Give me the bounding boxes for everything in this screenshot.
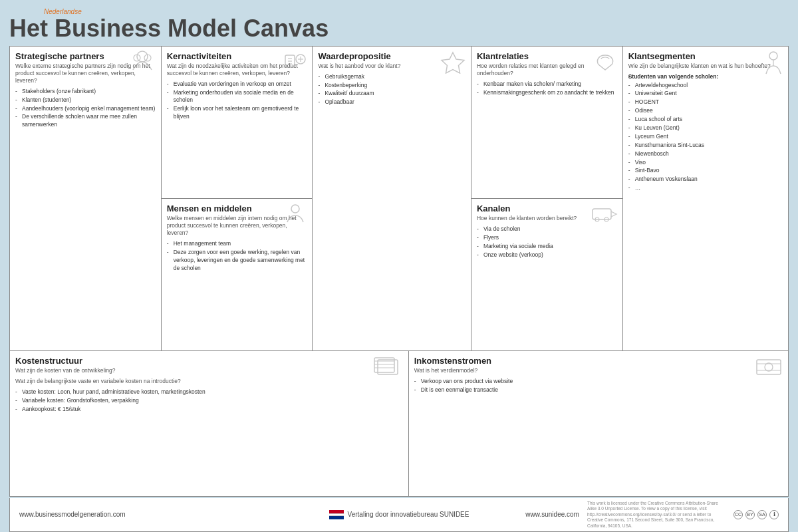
kostenstructuur-list: Vaste kosten: Loon, huur pand, administr…: [15, 388, 403, 414]
list-item: Klanten (studenten): [15, 96, 156, 104]
kernactiviteiten-icon: [283, 50, 308, 72]
list-item: HOGENT: [628, 98, 783, 106]
cc-icon: CC: [733, 510, 743, 519]
strategische-partners-column: Strategische partners Welke externe stra…: [10, 47, 162, 350]
list-item: Eerlijk loon voor het salesteam om gemot…: [167, 105, 307, 121]
kostenstructuur-icon: [371, 354, 404, 380]
list-item: Stakeholders (onze fabrikant): [15, 88, 156, 96]
kernactiviteiten-inner: Kernactiviteiten Wat zijn de noodzakelij…: [162, 47, 313, 198]
list-item: Dit is een eenmalige transactie: [414, 386, 783, 394]
kostenstructuur-title: Kostenstructuur: [15, 356, 403, 366]
sa-icon: SA: [757, 510, 767, 519]
list-item: Sint-Bavo: [628, 167, 783, 175]
list-item: Kenbaar maken via scholen/ marketing: [477, 80, 617, 88]
svg-rect-11: [593, 209, 611, 219]
list-item: Niewenbosch: [628, 150, 783, 158]
inkomstenstromen-inner: Inkomstenstromen Wat is het verdienmodel…: [409, 351, 788, 496]
list-item: Marketing via sociale media: [477, 243, 617, 251]
footer-legal-text: This work is licensed under the Creative…: [587, 501, 726, 529]
list-item: Ku Leuven (Gent): [628, 124, 783, 132]
canvas-container: Strategische partners Welke externe stra…: [9, 46, 789, 497]
info-icon: ℹ: [769, 510, 779, 519]
list-item: Lyceum Gent: [628, 133, 783, 141]
mensen-icon: [283, 202, 308, 225]
klantsegmenten-title: Klantsegmenten: [628, 51, 783, 61]
footer-right: www.sunidee.com This work is licensed un…: [525, 501, 779, 529]
kernactiviteiten-cell: Kernactiviteiten Wat zijn de noodzakelij…: [162, 47, 313, 199]
list-item: Onze website (verkoop): [477, 251, 617, 259]
list-item: Aankoopkost: € 15/stuk: [15, 406, 403, 414]
canvas-bottom: Kostenstructuur Wat zijn de kosten van d…: [10, 351, 788, 496]
canvas-top: Strategische partners Welke externe stra…: [10, 47, 788, 351]
flag-blue: [329, 516, 344, 519]
svg-point-14: [769, 52, 777, 60]
footer-center: Vertaling door innovatiebureau SUNIDEE: [273, 510, 526, 519]
klantrelaties-icon: [592, 50, 618, 72]
page-title: Het Business Model Canvas: [9, 15, 789, 42]
klantsegmenten-cell: Klantsegmenten Wie zijn de belangrijkste…: [623, 47, 788, 350]
list-item: Kennismakingsgeschenk om zo aandacht te …: [477, 89, 617, 97]
klantsegmenten-subtitle: Wie zijn de belangrijkste klanten en wat…: [628, 63, 783, 70]
by-icon: BY: [745, 510, 755, 519]
footer-center-text: Vertaling door innovatiebureau SUNIDEE: [348, 511, 469, 518]
footer-license-icons: CC BY SA ℹ: [733, 510, 779, 519]
list-item: Variabele kosten: Grondstofkosten, verpa…: [15, 397, 403, 405]
footer-left-url: www.businessmodelgeneration.com: [19, 511, 273, 518]
kanalen-cell: Kanalen Hoe kunnen de klanten worden ber…: [471, 199, 622, 350]
dutch-flag: [329, 510, 344, 519]
kanalen-icon: [591, 202, 618, 223]
kostenstructuur-subtitle2: Wat zijn de belangrijkste vaste en varia…: [15, 378, 403, 385]
mensen-list: Het management team Deze zorgen voor een…: [167, 240, 307, 273]
kernactiviteiten-list: Evaluatie van vorderingen in verkoop en …: [167, 80, 307, 121]
header: Nederlandse Het Business Model Canvas: [9, 7, 789, 46]
svg-point-10: [291, 205, 299, 213]
list-item: Viso: [628, 159, 783, 167]
partners-icon: [128, 50, 157, 75]
klantsegmenten-inner: Klantsegmenten Wie zijn de belangrijkste…: [623, 47, 788, 350]
list-item: De verschillende scholen waar me mee zul…: [15, 113, 156, 129]
footer: www.businessmodelgeneration.com Vertalin…: [9, 498, 789, 532]
list-item: Kostenbeperking: [318, 82, 466, 90]
list-item: Het management team: [167, 240, 307, 248]
list-item: …: [628, 184, 783, 192]
list-item: Aandeelhouders (voorlopig enkel manageme…: [15, 105, 156, 113]
strategische-partners-list: Stakeholders (onze fabrikant) Klanten (s…: [15, 88, 156, 129]
list-item: Gebruiksgemak: [318, 73, 466, 81]
klantrelaties-cell: Klantrelaties Hoe worden relaties met kl…: [471, 47, 622, 199]
waardepropositie-list: Gebruiksgemak Kostenbeperking Kwaliteit/…: [318, 73, 466, 107]
list-item: Evaluatie van vorderingen in verkoop en …: [167, 80, 307, 88]
list-item: Antheneum Voskenslaan: [628, 176, 783, 184]
kanalen-inner: Kanalen Hoe kunnen de klanten worden ber…: [471, 199, 622, 350]
list-item: Vaste kosten: Loon, huur pand, administr…: [15, 388, 403, 396]
kanalen-list: Via de scholen Flyers Marketing via soci…: [477, 225, 617, 259]
kostenstructuur-cell: Kostenstructuur Wat zijn de kosten van d…: [10, 351, 409, 496]
inkomstenstromen-subtitle: Wat is het verdienmodel?: [414, 367, 783, 374]
list-item: Odisee: [628, 107, 783, 115]
list-item: Arteveldehogeschool: [628, 82, 783, 90]
list-item: Luca school of arts: [628, 116, 783, 124]
kostenstructuur-inner: Kostenstructuur Wat zijn de kosten van d…: [10, 351, 408, 496]
waardepropositie-inner: Waardepropositie Wat is het aanbod voor …: [313, 47, 471, 350]
svg-rect-21: [757, 360, 781, 374]
mensen-inner: Mensen en middelen Welke mensen en midde…: [162, 199, 313, 350]
middle-column: Kernactiviteiten Wat zijn de noodzakelij…: [162, 47, 313, 350]
inkomstenstromen-list: Verkoop van ons product via website Dit …: [414, 378, 783, 394]
list-item: Universiteit Gent: [628, 90, 783, 98]
list-item: Marketing onderhouden via sociale media …: [167, 89, 307, 105]
list-item: Oplaadbaar: [318, 98, 466, 106]
inkomstenstromen-icon: [753, 354, 784, 380]
kostenstructuur-subtitle1: Wat zijn de kosten van de ontwikkeling?: [15, 367, 403, 374]
list-item: Flyers: [477, 234, 617, 242]
svg-point-22: [765, 363, 773, 371]
list-item: Kunsthumaniora Sint-Lucas: [628, 142, 783, 150]
list-item: Via de scholen: [477, 225, 617, 233]
list-item: Kwaliteit/ duurzaam: [318, 90, 466, 98]
mensen-cell: Mensen en middelen Welke mensen en midde…: [162, 199, 313, 350]
klantsegmenten-icon: [763, 50, 784, 76]
strategische-partners-cell: Strategische partners Welke externe stra…: [10, 47, 161, 350]
klantrelaties-list: Kenbaar maken via scholen/ marketing Ken…: [477, 80, 617, 97]
waardepropositie-cell: Waardepropositie Wat is het aanbod voor …: [313, 47, 471, 350]
list-item: Deze zorgen voor een goede werking, rege…: [167, 249, 307, 273]
footer-right-url: www.sunidee.com: [525, 511, 579, 518]
inkomstenstromen-cell: Inkomstenstromen Wat is het verdienmodel…: [409, 351, 788, 496]
